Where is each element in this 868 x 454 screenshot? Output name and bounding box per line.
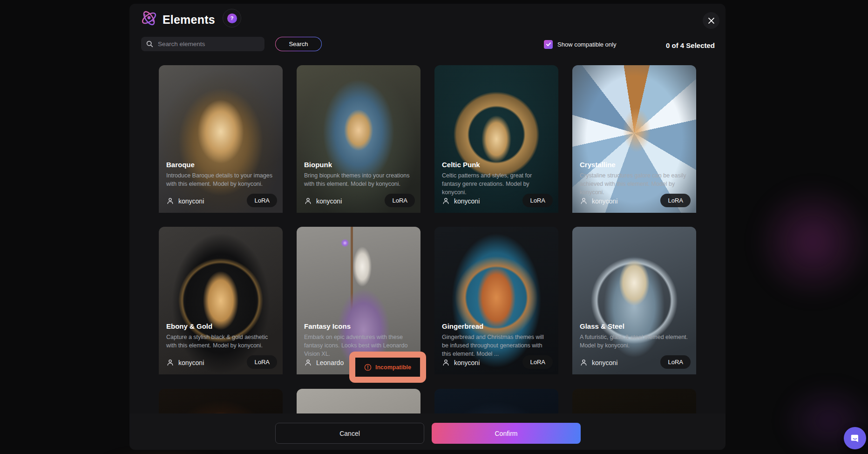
element-title: Ebony & Gold xyxy=(166,322,212,330)
element-description: A futuristic, glass & steel themed eleme… xyxy=(580,333,689,350)
search-input[interactable] xyxy=(141,37,264,51)
lora-badge: LoRA xyxy=(660,355,691,369)
search-button[interactable]: Search xyxy=(275,37,322,51)
compatible-checkbox-label: Show compatible only xyxy=(557,41,616,48)
element-card-crystalline[interactable]: LoRA Crystalline Crystaline structures g… xyxy=(572,65,696,213)
element-description: Gingerbread and Christmas themes will be… xyxy=(442,333,551,358)
element-author: konyconi xyxy=(442,197,480,205)
element-card-celtic-punk[interactable]: LoRA Celtic Punk Celtic patterns and sty… xyxy=(434,65,558,213)
checkmark-icon xyxy=(546,41,551,47)
person-icon xyxy=(442,359,450,366)
author-name: konyconi xyxy=(454,197,480,205)
element-title: Fantasy Icons xyxy=(304,322,351,330)
element-title: Crystalline xyxy=(580,161,616,169)
author-name: konyconi xyxy=(178,197,204,205)
lora-badge: LoRA xyxy=(247,355,277,369)
incompatible-label: Incompatible xyxy=(375,364,411,371)
element-author: Leonardo xyxy=(304,359,344,366)
element-preview-image: LoRA xyxy=(297,65,420,213)
element-preview-image: LoRA xyxy=(159,227,283,374)
lora-badge: LoRA xyxy=(385,194,415,207)
author-name: konyconi xyxy=(316,197,342,205)
confirm-button[interactable]: Confirm xyxy=(432,423,581,444)
element-card-fantasy-icons[interactable]: LoRA Fantasy Icons Embark on epic advent… xyxy=(297,227,420,374)
element-author: konyconi xyxy=(166,197,204,205)
background-glow xyxy=(712,158,868,326)
person-icon xyxy=(304,197,312,205)
element-author: konyconi xyxy=(580,197,617,205)
app-background: Elements ? Search Show compatible only 0… xyxy=(0,0,868,454)
element-preview-image: LoRA xyxy=(159,65,283,213)
element-title: Glass & Steel xyxy=(580,322,624,330)
show-compatible-toggle-row[interactable]: Show compatible only xyxy=(544,39,616,49)
help-button[interactable]: ? xyxy=(223,9,241,27)
element-author: konyconi xyxy=(304,197,342,205)
author-name: konyconi xyxy=(454,359,480,366)
element-preview-image: LoRA xyxy=(572,227,696,374)
element-description: Capture a stylish black & gold aesthetic… xyxy=(166,333,275,350)
person-icon xyxy=(166,359,174,366)
person-icon xyxy=(580,197,588,205)
element-card-gingerbread[interactable]: LoRA Gingerbread Gingerbread and Christm… xyxy=(434,227,558,374)
element-title: Baroque xyxy=(166,161,195,169)
element-description: Celtic patterns and styles, great for fa… xyxy=(442,171,551,197)
compatible-checkbox[interactable] xyxy=(544,40,553,49)
element-card-glass-steel[interactable]: LoRA Glass & Steel A futuristic, glass &… xyxy=(572,227,696,374)
chat-icon xyxy=(850,433,860,443)
person-icon xyxy=(580,359,588,366)
page-title: Elements xyxy=(163,13,215,27)
elements-modal: Elements ? Search Show compatible only 0… xyxy=(129,4,726,450)
element-description: Introduce Baroque details to your images… xyxy=(166,171,275,188)
author-name: konyconi xyxy=(592,359,617,366)
modal-footer: Cancel Confirm xyxy=(129,413,726,450)
element-title: Gingerbread xyxy=(442,322,483,330)
element-title: Biopunk xyxy=(304,161,332,169)
lora-badge: LoRA xyxy=(247,194,277,207)
close-button[interactable] xyxy=(703,12,719,29)
close-icon xyxy=(708,17,715,24)
incompatible-highlight-annotation: Incompatible xyxy=(349,352,426,383)
person-icon xyxy=(304,359,312,366)
element-author: konyconi xyxy=(442,359,480,366)
person-icon xyxy=(442,197,450,205)
element-card-baroque[interactable]: LoRA Baroque Introduce Baroque details t… xyxy=(159,65,283,213)
element-card-ebony-gold[interactable]: LoRA Ebony & Gold Capture a stylish blac… xyxy=(159,227,283,374)
author-name: konyconi xyxy=(592,197,617,205)
person-icon xyxy=(166,197,174,205)
author-name: konyconi xyxy=(178,359,204,366)
author-name: Leonardo xyxy=(316,359,344,366)
warning-icon xyxy=(364,364,372,371)
incompatible-badge: Incompatible xyxy=(355,358,420,377)
element-author: konyconi xyxy=(580,359,617,366)
element-title: Celtic Punk xyxy=(442,161,480,169)
selection-status: 0 of 4 Selected xyxy=(666,41,715,49)
elements-atom-icon xyxy=(140,9,158,27)
element-description: Crystaline structures galore can be easi… xyxy=(580,171,689,197)
element-card-biopunk[interactable]: LoRA Biopunk Bring biopunk themes into y… xyxy=(297,65,420,213)
chat-launcher-button[interactable] xyxy=(844,427,866,449)
question-mark-icon: ? xyxy=(227,14,237,23)
cancel-button[interactable]: Cancel xyxy=(275,423,424,444)
element-author: konyconi xyxy=(166,359,204,366)
element-description: Bring biopunk themes into your creations… xyxy=(304,171,413,188)
